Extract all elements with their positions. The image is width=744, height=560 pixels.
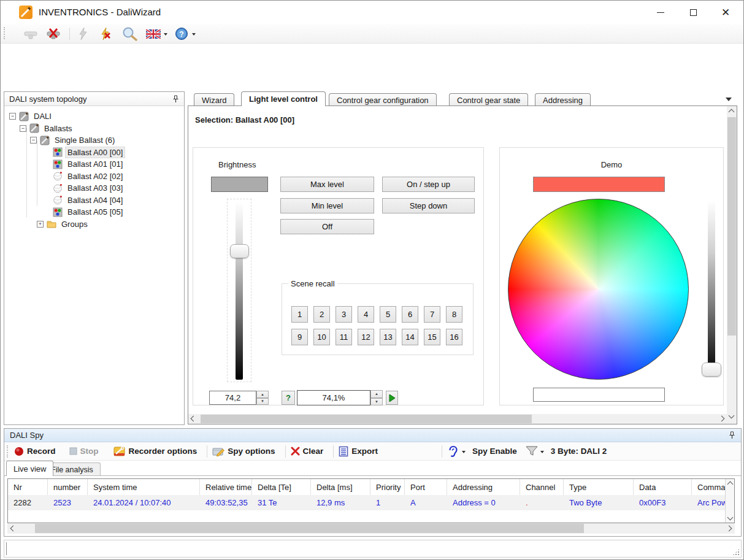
demo-slider-handle[interactable] <box>702 362 721 377</box>
page-vertical-scrollbar[interactable] <box>727 106 737 424</box>
spy-enable-ear-icon[interactable] <box>447 445 459 458</box>
page-horizontal-scrollbar[interactable] <box>188 414 727 424</box>
export-button[interactable]: Export <box>351 447 378 456</box>
collapse-icon[interactable]: − <box>9 113 16 120</box>
scene-button-7[interactable]: 7 <box>424 306 440 323</box>
language-flag-icon[interactable] <box>144 26 163 41</box>
on-step-up-button[interactable]: On / step up <box>382 177 475 192</box>
tab-control-gear-state[interactable]: Control gear state <box>449 93 528 106</box>
flash-icon[interactable] <box>75 26 91 41</box>
scene-button-8[interactable]: 8 <box>446 306 462 323</box>
spy-enable-dropdown-arrow[interactable] <box>462 451 466 453</box>
scroll-thumb[interactable] <box>201 415 532 423</box>
filter-dropdown-arrow[interactable] <box>540 451 544 453</box>
help-dropdown-arrow[interactable] <box>192 33 196 36</box>
resize-grip[interactable] <box>732 548 740 556</box>
demo-result-field[interactable] <box>533 388 665 402</box>
close-button[interactable]: ✕ <box>711 1 740 24</box>
max-level-button[interactable]: Max level <box>280 177 374 192</box>
clear-button[interactable]: Clear <box>303 447 324 456</box>
scroll-down-icon[interactable] <box>728 517 732 520</box>
tree-item-ballast-a05[interactable]: Ballast A05 [05] <box>4 206 184 218</box>
spy-table-row[interactable]: 2282 2523 24.01.2024 / 10:07:40 49:03:52… <box>8 495 734 510</box>
spin-down-icon[interactable]: ▼ <box>256 398 269 405</box>
column-header[interactable]: Delta [ms] <box>311 479 370 495</box>
tab-live-view[interactable]: Live view <box>6 461 53 476</box>
tree-item-ballast-a03[interactable]: Ballast A03 [03] <box>4 182 184 194</box>
search-icon[interactable] <box>120 26 140 41</box>
collapse-icon[interactable]: − <box>20 125 26 132</box>
brightness-slider-handle[interactable] <box>230 244 249 258</box>
column-header[interactable]: Port <box>405 479 447 495</box>
record-button[interactable]: Record <box>27 447 56 456</box>
column-header[interactable]: Relative time <box>200 479 252 495</box>
tree-item-dali[interactable]: − DALI <box>4 110 184 123</box>
percent-value-input[interactable]: 74,1% <box>297 390 370 405</box>
flash-cancel-icon[interactable] <box>98 26 113 41</box>
stop-button[interactable]: Stop <box>80 447 99 456</box>
column-header[interactable]: Delta [Te] <box>252 479 311 495</box>
tree-item-groups[interactable]: + Groups <box>4 218 184 231</box>
tree-item-ballast-a00[interactable]: Ballast A00 [00] <box>4 147 184 159</box>
expand-icon[interactable]: + <box>37 221 44 228</box>
scroll-thumb[interactable] <box>727 117 736 336</box>
toolbar-grip[interactable] <box>4 27 6 39</box>
column-header[interactable]: Type <box>564 479 634 495</box>
off-button[interactable]: Off <box>280 219 374 234</box>
scene-button-9[interactable]: 9 <box>291 329 308 345</box>
scene-button-16[interactable]: 16 <box>446 329 462 345</box>
min-level-button[interactable]: Min level <box>280 198 374 213</box>
record-icon[interactable] <box>14 447 24 456</box>
scene-button-4[interactable]: 4 <box>358 306 374 323</box>
recorder-options-icon[interactable] <box>113 446 126 457</box>
tree-item-single-ballast[interactable]: − Single Ballast (6) <box>4 134 184 147</box>
level-value-input[interactable]: 74,2 <box>209 391 256 405</box>
disconnect-icon[interactable] <box>46 26 62 41</box>
tab-wizard[interactable]: Wizard <box>194 93 234 106</box>
scene-button-13[interactable]: 13 <box>380 329 396 345</box>
scene-button-15[interactable]: 15 <box>424 329 440 345</box>
minimize-button[interactable] <box>646 1 675 24</box>
tab-control-gear-configuration[interactable]: Control gear configuration <box>329 93 437 106</box>
tab-list-dropdown-icon[interactable] <box>726 98 732 101</box>
scroll-left-icon[interactable] <box>11 526 15 531</box>
scroll-right-icon[interactable] <box>727 526 731 531</box>
spin-down-icon[interactable]: ▼ <box>370 398 383 406</box>
scroll-up-icon[interactable] <box>729 110 734 114</box>
help-icon[interactable]: ? <box>174 26 190 41</box>
scene-button-6[interactable]: 6 <box>402 306 418 323</box>
scene-button-11[interactable]: 11 <box>336 329 352 345</box>
scroll-right-icon[interactable] <box>719 416 724 421</box>
spy-options-button[interactable]: Spy options <box>228 447 275 456</box>
brightness-slider-track[interactable] <box>236 202 243 380</box>
connect-icon[interactable] <box>23 26 39 41</box>
column-header[interactable]: System time <box>88 479 200 495</box>
brightness-slider[interactable] <box>227 199 251 382</box>
help-value-button[interactable]: ? <box>282 391 295 405</box>
table-vertical-scrollbar[interactable] <box>725 479 734 523</box>
step-down-button[interactable]: Step down <box>382 198 475 213</box>
tree-item-ballast-a02[interactable]: Ballast A02 [02] <box>4 171 184 183</box>
spy-enable-label[interactable]: Spy Enable <box>472 447 517 456</box>
pin-icon[interactable] <box>172 95 179 103</box>
tab-light-level-control[interactable]: Light level control <box>241 91 326 106</box>
column-header[interactable]: number <box>48 479 88 495</box>
clear-icon[interactable] <box>291 447 300 456</box>
collapse-icon[interactable]: − <box>30 137 37 144</box>
recorder-options-button[interactable]: Recorder options <box>129 447 198 456</box>
scene-button-12[interactable]: 12 <box>358 329 374 345</box>
scroll-thumb[interactable] <box>35 524 584 533</box>
maximize-button[interactable] <box>679 1 707 24</box>
toolbar-grip[interactable] <box>7 445 9 458</box>
column-header[interactable]: Channel <box>520 479 564 495</box>
scroll-down-icon[interactable] <box>729 415 734 418</box>
export-icon[interactable] <box>339 446 348 457</box>
scene-button-1[interactable]: 1 <box>291 306 308 323</box>
percent-spinner[interactable]: ▲ ▼ <box>370 390 383 405</box>
column-header[interactable]: Priority <box>370 479 405 495</box>
scene-button-10[interactable]: 10 <box>313 329 330 345</box>
column-header[interactable]: Nr <box>8 479 48 495</box>
tab-addressing[interactable]: Addressing <box>535 93 591 106</box>
column-header[interactable]: Addressing <box>447 479 520 495</box>
scene-button-2[interactable]: 2 <box>313 306 330 323</box>
